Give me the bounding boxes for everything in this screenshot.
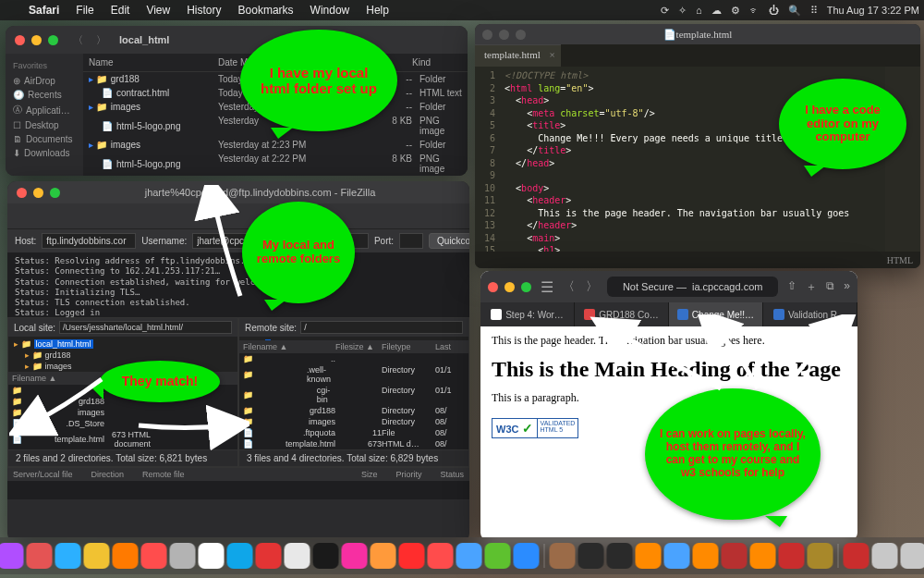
search-icon[interactable]: 🔍 (784, 5, 806, 17)
dock-app-icon[interactable] (722, 543, 748, 569)
remote-list[interactable]: Filename ▲Filesize ▲FiletypeLast 📁 ..📁 .… (239, 340, 468, 449)
list-row[interactable]: 📁 imagesDirectory08/ (239, 416, 468, 427)
sidebar-item[interactable]: Ⓐ Applicati… (13, 102, 76, 118)
dock-app-icon[interactable] (55, 543, 81, 569)
dock-app-icon[interactable] (199, 543, 225, 569)
status-icon[interactable]: ✧ (674, 5, 691, 17)
sidebar-icon[interactable]: ☰ (541, 278, 553, 296)
local-path-input[interactable] (59, 321, 232, 334)
browser-tab[interactable]: Validation R… (763, 302, 857, 326)
editor-tab[interactable]: template.html× (475, 44, 561, 67)
remote-path-input[interactable] (300, 321, 463, 334)
list-row[interactable]: 📁 cgi-binDirectory01/1 (239, 385, 468, 405)
menubar-item[interactable]: Edit (103, 4, 139, 17)
new-tab-icon[interactable]: ＋ (806, 279, 817, 295)
traffic-lights[interactable] (488, 282, 531, 292)
sidebar-item[interactable]: 🗎 Documents (13, 132, 76, 146)
dock-app-icon[interactable] (693, 543, 719, 569)
dock-app-icon[interactable] (607, 543, 633, 569)
sidebar-item[interactable]: ☐ Desktop (13, 118, 76, 132)
dock-app-icon[interactable] (227, 543, 253, 569)
menubar-item[interactable]: Bookmarks (230, 4, 302, 17)
list-row[interactable]: 📁 images (8, 407, 237, 418)
dock-app-icon[interactable] (514, 543, 540, 569)
finder-row[interactable]: 📄 html-5-logo.pngYesterday at 2:22 PM8 K… (83, 152, 468, 176)
back-button[interactable]: 〈 (73, 33, 83, 47)
dock-app-icon[interactable] (113, 543, 139, 569)
dock-app-icon[interactable] (342, 543, 368, 569)
dock-app-icon[interactable] (0, 543, 24, 569)
filezilla-titlebar[interactable]: jharte%40cpccagd@ftp.lindydobbins.com - … (7, 181, 469, 203)
dock-app-icon[interactable] (779, 543, 805, 569)
dock-app-icon[interactable] (550, 543, 576, 569)
dock-app-icon[interactable] (170, 543, 196, 569)
dock-app-icon[interactable] (313, 543, 339, 569)
tabs-icon[interactable]: ⧉ (826, 279, 834, 295)
w3c-badge[interactable]: W3C ✓ VALIDATEDHTML 5 (492, 418, 578, 438)
list-row[interactable]: 📄 .ftpquota11File08/ (239, 427, 468, 438)
forward-button[interactable]: 〉 (96, 33, 106, 47)
overflow-icon[interactable]: » (844, 279, 850, 295)
back-button[interactable]: 〈 (563, 278, 575, 295)
list-row[interactable]: 📁 .. (239, 353, 468, 364)
dock-app-icon[interactable] (428, 543, 454, 569)
dock-app-icon[interactable] (901, 543, 925, 569)
status-icon[interactable]: ⟳ (656, 5, 674, 17)
sidebar-item[interactable]: 🕘 Recents (13, 88, 76, 102)
menubar-item[interactable]: History (178, 4, 229, 17)
list-row[interactable]: 📄 template.html673 HTML document (8, 429, 237, 449)
menubar-app[interactable]: Safari (20, 4, 67, 17)
dock-app-icon[interactable] (27, 543, 53, 569)
browser-tab[interactable]: Step 4: Wor… (480, 302, 575, 326)
list-row[interactable]: 📁 .well-knownDirectory01/1 (239, 364, 468, 385)
dock-app-icon[interactable] (141, 543, 167, 569)
finder-row[interactable]: ▸ 📁 imagesYesterday at 2:23 PM--Folder (83, 138, 468, 152)
status-icon[interactable]: ⌂ (691, 5, 707, 16)
dock-app-icon[interactable] (808, 543, 833, 569)
browser-tab[interactable]: GRD188 Co… (575, 302, 669, 326)
control-center-icon[interactable]: ⠿ (806, 5, 822, 17)
dock-app-icon[interactable] (750, 543, 776, 569)
sidebar-item[interactable]: ⊕ AirDrop (13, 74, 76, 88)
wifi-icon[interactable]: ᯤ (745, 5, 764, 16)
status-icon[interactable]: ☁ (707, 5, 726, 17)
dock-app-icon[interactable] (664, 543, 690, 569)
battery-icon[interactable]: ⏻ (764, 5, 784, 16)
list-row[interactable]: 📄 template.html673HTML d…08/ (239, 438, 468, 449)
filezilla-toolbar[interactable] (7, 203, 469, 229)
share-icon[interactable]: ⇧ (787, 279, 796, 295)
host-input[interactable] (42, 233, 136, 249)
address-bar[interactable]: Not Secure — ia.cpccagd.com (607, 277, 778, 297)
dock-app-icon[interactable] (84, 543, 110, 569)
menubar-clock[interactable]: Thu Aug 17 3:22 PM (822, 5, 924, 16)
menubar-item[interactable]: Help (358, 4, 397, 17)
menubar-item[interactable]: Window (302, 4, 359, 17)
menubar-item[interactable]: File (67, 4, 102, 17)
dock-app-icon[interactable] (578, 543, 604, 569)
dock-app-icon[interactable] (371, 543, 396, 569)
dock-app-icon[interactable] (256, 543, 282, 569)
list-row[interactable]: 📄 .DS_Store (8, 418, 237, 429)
dock-app-icon[interactable] (872, 543, 898, 569)
status-icon[interactable]: ⚙ (726, 5, 745, 17)
forward-button[interactable]: 〉 (586, 278, 598, 295)
dock-app-icon[interactable] (285, 543, 310, 569)
traffic-lights[interactable] (15, 35, 58, 45)
dock-app-icon[interactable] (485, 543, 511, 569)
dock-app-icon[interactable] (844, 543, 869, 569)
editor-syntax[interactable]: HTML (887, 255, 913, 265)
col-header[interactable]: Name (89, 57, 218, 68)
quickconnect-button[interactable]: Quickco (429, 233, 469, 249)
browser-tab[interactable]: Change Me!!… (669, 302, 763, 326)
dock-app-icon[interactable] (399, 543, 425, 569)
menubar-item[interactable]: View (138, 4, 178, 17)
close-icon[interactable]: × (550, 49, 555, 60)
finder-titlebar[interactable]: 〈〉 local_html (6, 26, 468, 54)
port-input[interactable] (399, 233, 423, 249)
dock-app-icon[interactable] (636, 543, 662, 569)
col-header[interactable]: Kind (412, 57, 462, 68)
dock-app-icon[interactable] (456, 543, 482, 569)
sidebar-item[interactable]: ⬇ Downloads (13, 146, 76, 160)
editor-titlebar[interactable]: 📄 template.html (475, 24, 920, 44)
list-row[interactable]: 📁 grd188Directory08/ (239, 405, 468, 416)
